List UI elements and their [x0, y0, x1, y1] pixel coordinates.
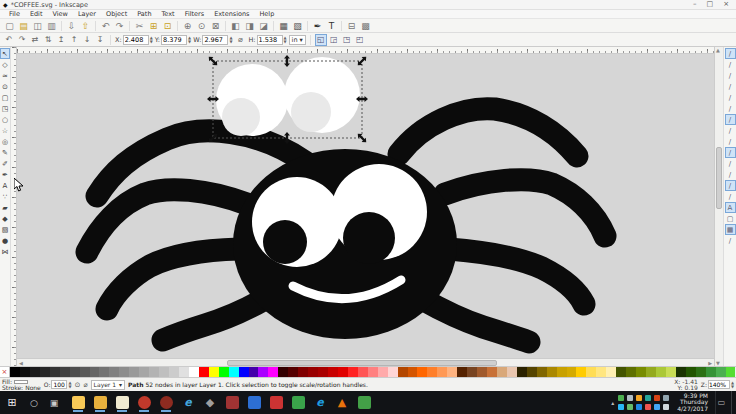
tray-icon-4[interactable] — [645, 395, 651, 401]
palette-swatch[interactable] — [656, 367, 666, 377]
green-square-app-taskbar-icon[interactable] — [356, 393, 372, 412]
palette-swatch[interactable] — [616, 367, 626, 377]
tray-expand-icon[interactable]: ▴ — [611, 399, 614, 406]
lower-to-bottom-button[interactable]: ↧ — [94, 34, 106, 45]
palette-swatch[interactable] — [80, 367, 90, 377]
edge-browser-taskbar-icon[interactable]: e — [312, 393, 328, 412]
palette-swatch[interactable] — [159, 367, 169, 377]
copy-button[interactable]: ⊞ — [147, 20, 160, 32]
tool-star[interactable]: ☆ — [0, 125, 10, 136]
fill-stroke-dialog-button[interactable]: ✒ — [311, 20, 324, 32]
tray-icon-5[interactable] — [654, 395, 660, 401]
width-input[interactable] — [202, 35, 228, 45]
palette-swatch[interactable] — [60, 367, 70, 377]
tool-calligraphy[interactable]: ✒ — [0, 169, 10, 180]
menu-filters[interactable]: Filters — [180, 10, 209, 18]
tool-bezier[interactable]: ✐ — [0, 158, 10, 169]
action-center-button[interactable]: ▭ — [715, 391, 727, 414]
cortana-search-button[interactable]: ○ — [24, 398, 44, 408]
palette-swatch[interactable] — [706, 367, 716, 377]
rotate-90-ccw-button[interactable]: ↶ — [3, 34, 15, 45]
raise-button[interactable]: ↑ — [68, 34, 80, 45]
palette-swatch[interactable] — [467, 367, 477, 377]
palette-swatch[interactable] — [70, 367, 80, 377]
palette-swatch[interactable] — [487, 367, 497, 377]
palette-swatch[interactable] — [20, 367, 30, 377]
palette-swatch[interactable] — [278, 367, 288, 377]
affect-patterns-toggle[interactable]: ◰ — [354, 34, 366, 46]
tool-eraser[interactable]: ▰ — [0, 202, 10, 213]
gray-tool-app-taskbar-icon[interactable]: ◆ — [202, 393, 218, 412]
orange-triangle-app-taskbar-icon[interactable]: ▲ — [334, 393, 350, 412]
palette-swatch[interactable] — [149, 367, 159, 377]
palette-swatch[interactable] — [606, 367, 616, 377]
palette-swatch[interactable] — [129, 367, 139, 377]
tool-tweak[interactable]: ≈ — [0, 70, 10, 81]
red-circle-app-taskbar-icon[interactable] — [136, 393, 152, 412]
palette-swatch[interactable] — [358, 367, 368, 377]
snapping-toggle-button[interactable]: ∕ — [725, 48, 736, 59]
maximize-button[interactable]: □ — [707, 0, 714, 9]
tool-dropper[interactable]: ● — [0, 235, 10, 246]
selected-eyes-object[interactable] — [216, 57, 360, 136]
tray-icon-11[interactable] — [654, 404, 660, 410]
y-spinner[interactable]: ▲▼ — [188, 36, 191, 44]
width-spinner[interactable]: ▲▼ — [229, 36, 232, 44]
align-distribute-button[interactable]: ▩ — [359, 20, 372, 32]
horizontal-ruler[interactable] — [17, 47, 714, 54]
green-app-taskbar-icon[interactable] — [290, 393, 306, 412]
tool-pencil[interactable]: ✎ — [0, 147, 10, 158]
layer-visibility-eye-icon[interactable]: ⊙ — [75, 381, 81, 389]
new-document-button[interactable]: ▢ — [3, 20, 16, 32]
lower-button[interactable]: ↓ — [81, 34, 93, 45]
tool-rectangle[interactable]: ▢ — [0, 92, 10, 103]
palette-swatch[interactable] — [378, 367, 388, 377]
scroll-right-icon[interactable]: ▶ — [708, 359, 712, 367]
palette-swatch[interactable] — [537, 367, 547, 377]
opacity-spinner[interactable]: ▲▼ — [68, 381, 71, 389]
snap-nodes-button[interactable]: ∕ — [725, 114, 736, 125]
palette-swatch[interactable] — [229, 367, 239, 377]
vertical-scroll-thumb[interactable] — [716, 147, 722, 209]
duplicate-button[interactable]: ◧ — [229, 20, 242, 32]
tray-icon-12[interactable] — [663, 404, 669, 410]
tray-icon-3[interactable] — [636, 395, 642, 401]
height-spinner[interactable]: ▲▼ — [284, 36, 287, 44]
tray-icon-7[interactable] — [618, 404, 624, 410]
tool-zoom[interactable]: ⊙ — [0, 81, 10, 92]
export-image-button[interactable]: ⇧ — [79, 20, 92, 32]
raise-to-top-button[interactable]: ↥ — [55, 34, 67, 45]
palette-swatch[interactable] — [40, 367, 50, 377]
palette-swatch[interactable] — [507, 367, 517, 377]
snap-object-centers-button[interactable]: ∕ — [725, 180, 736, 191]
palette-swatch[interactable] — [99, 367, 109, 377]
menu-edit[interactable]: Edit — [25, 10, 48, 18]
palette-swatch[interactable] — [447, 367, 457, 377]
menu-extensions[interactable]: Extensions — [209, 10, 254, 18]
snap-path-intersections-button[interactable]: ∕ — [725, 136, 736, 147]
unlink-clone-button[interactable]: ◪ — [257, 20, 270, 32]
snap-bbox-edge-midpoints-button[interactable]: ∕ — [725, 92, 736, 103]
height-input[interactable] — [257, 35, 283, 45]
snap-path-button[interactable]: ∕ — [725, 125, 736, 136]
palette-swatch[interactable] — [567, 367, 577, 377]
affect-gradients-toggle[interactable]: ◳ — [341, 34, 353, 46]
import-image-button[interactable]: ⇩ — [65, 20, 78, 32]
xml-editor-button[interactable]: ⊟ — [345, 20, 358, 32]
palette-swatch[interactable] — [288, 367, 298, 377]
snap-smooth-nodes-button[interactable]: ∕ — [725, 158, 736, 169]
snap-page-border-button[interactable]: ▢ — [725, 213, 736, 224]
menu-file[interactable]: File — [4, 10, 25, 18]
blue-square-app-taskbar-icon[interactable] — [246, 393, 262, 412]
palette-swatch[interactable] — [686, 367, 696, 377]
snap-line-midpoints-button[interactable]: ∕ — [725, 169, 736, 180]
snap-bbox-centers-button[interactable]: ∕ — [725, 103, 736, 114]
palette-swatch[interactable] — [50, 367, 60, 377]
palette-swatch[interactable] — [408, 367, 418, 377]
palette-swatch[interactable] — [10, 367, 20, 377]
tool-paint-bucket[interactable]: ◆ — [0, 213, 10, 224]
menu-layer[interactable]: Layer — [73, 10, 101, 18]
snap-text-baseline-button[interactable]: A — [725, 202, 736, 213]
snap-bounding-box-button[interactable]: ∕ — [725, 59, 736, 70]
palette-swatch[interactable] — [109, 367, 119, 377]
